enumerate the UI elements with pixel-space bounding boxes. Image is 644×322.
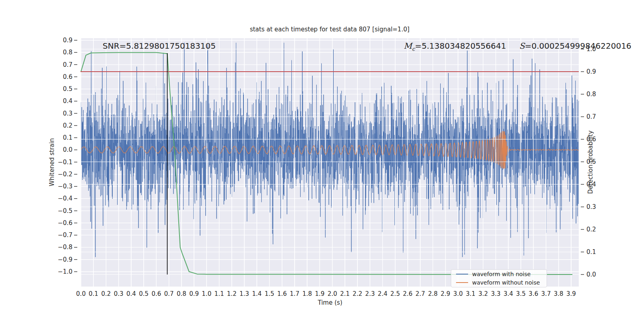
x-tick-label: 1.5: [265, 290, 275, 297]
x-tick-label: 0.0: [76, 290, 86, 297]
y-right-tick-label: 0.1: [586, 248, 596, 256]
y-right-tick-label: 0.9: [586, 68, 596, 75]
y-right-tick-label: 0.3: [586, 203, 596, 211]
x-tick-label: 3.3: [491, 290, 501, 297]
chirp-mass-subscript: c: [412, 46, 415, 52]
x-tick-label: 3.4: [504, 290, 513, 297]
x-tick-label: 0.2: [101, 290, 111, 297]
x-tick-label: 3.1: [466, 290, 475, 297]
x-tick-label: 1.6: [277, 290, 287, 297]
y-right-tick-label: 0.0: [586, 271, 596, 278]
x-tick-label: 2.4: [378, 290, 388, 297]
x-tick-label: 2.2: [353, 290, 362, 297]
s-stat-annotation: S=0.000254999846220016: [519, 41, 632, 51]
x-tick-label: 1.8: [302, 290, 312, 297]
x-tick-label: 2.0: [328, 290, 337, 297]
y-right-tick-label: 0.8: [586, 91, 596, 98]
chirp-mass-symbol: M: [404, 41, 412, 51]
x-tick-label: 1.1: [215, 290, 224, 297]
legend-entry: waveform without noise: [451, 279, 547, 287]
y-left-tick-label: 0.6: [63, 73, 72, 80]
y-right-tick-label: 0.5: [586, 158, 596, 165]
legend-entry: waveform with noise: [451, 270, 547, 278]
y-right-tick-label: 0.4: [586, 181, 596, 188]
y-left-tick-label: −1.0: [58, 268, 72, 275]
x-tick-label: 1.0: [202, 290, 211, 297]
x-tick-label: 3.2: [478, 290, 488, 297]
y-left-tick-label: 0.8: [63, 49, 72, 56]
chart-title: stats at each timestep for test data 807…: [250, 26, 410, 33]
x-tick-label: 1.3: [239, 290, 249, 297]
y-left-tick-label: −0.6: [58, 219, 72, 227]
legend-label: waveform without noise: [472, 279, 540, 286]
y-left-tick-label: 0.5: [63, 85, 72, 93]
y-right-tick-label: 0.2: [586, 226, 596, 233]
x-tick-label: 1.7: [290, 290, 299, 297]
x-tick-label: 0.6: [151, 290, 161, 297]
x-tick-label: 2.1: [340, 290, 350, 297]
y-left-tick-label: 0.0: [63, 146, 72, 153]
x-tick-label: 3.7: [541, 290, 551, 297]
x-tick-label: 1.9: [315, 290, 324, 297]
y-left-tick-label: −0.8: [58, 244, 72, 251]
y-left-tick-label: −0.1: [58, 159, 72, 166]
x-tick-label: 0.4: [126, 290, 136, 297]
y-left-tick-label: −0.7: [58, 231, 72, 239]
legend: waveform with noisewaveform without nois…: [451, 269, 547, 287]
chirp-mass-value: =5.138034820556641: [415, 41, 506, 51]
y-right-tick-label: 1.0: [586, 45, 596, 53]
snr-annotation: SNR=5.8129801750183105: [103, 41, 216, 51]
y-left-tick-label: −0.5: [58, 207, 72, 215]
figure: stats at each timestep for test data 807…: [0, 0, 644, 322]
x-tick-label: 0.8: [177, 290, 186, 297]
y-left-tick-label: 0.9: [63, 37, 72, 44]
x-tick-label: 3.6: [528, 290, 538, 297]
y-left-tick-label: 0.4: [63, 97, 72, 105]
y-left-tick-label: 0.7: [63, 61, 72, 68]
legend-label: waveform with noise: [472, 271, 530, 277]
x-tick-label: 0.1: [89, 290, 98, 297]
x-tick-label: 3.8: [554, 290, 564, 297]
y-left-tick-label: 0.3: [63, 110, 72, 117]
x-tick-label: 0.5: [139, 290, 149, 297]
y-left-tick-label: −0.3: [58, 183, 72, 190]
y-left-tick-label: −0.2: [58, 171, 72, 178]
y-right-tick-label: 0.6: [586, 136, 596, 143]
legend-line-swatch: [456, 282, 468, 283]
x-tick-label: 2.9: [441, 290, 450, 297]
x-tick-label: 2.6: [403, 290, 413, 297]
y-left-tick-label: 0.2: [63, 122, 72, 129]
y-axis-label-left: Whitened strain: [48, 138, 56, 186]
y-left-tick-label: 0.1: [63, 134, 72, 141]
y-left-tick-label: −0.4: [58, 195, 72, 202]
x-tick-label: 0.9: [189, 290, 199, 297]
x-tick-label: 2.3: [365, 290, 375, 297]
x-tick-label: 2.8: [428, 290, 438, 297]
chirp-mass-annotation: Mc=5.138034820556641: [404, 41, 506, 52]
x-tick-label: 3.9: [566, 290, 576, 297]
x-tick-label: 0.7: [164, 290, 174, 297]
legend-line-swatch: [456, 274, 468, 275]
x-axis-label: Time (s): [318, 299, 343, 306]
x-tick-label: 1.2: [227, 290, 237, 297]
x-tick-label: 3.0: [453, 290, 463, 297]
x-tick-label: 2.7: [415, 290, 425, 297]
s-stat-symbol: S: [519, 41, 525, 51]
x-tick-label: 2.5: [390, 290, 400, 297]
s-stat-value: =0.000254999846220016: [525, 41, 632, 51]
y-left-tick-label: −0.9: [58, 256, 72, 263]
x-tick-label: 3.5: [516, 290, 526, 297]
x-tick-label: 1.4: [252, 290, 262, 297]
x-tick-label: 0.3: [114, 290, 124, 297]
y-right-tick-label: 0.7: [586, 113, 596, 120]
